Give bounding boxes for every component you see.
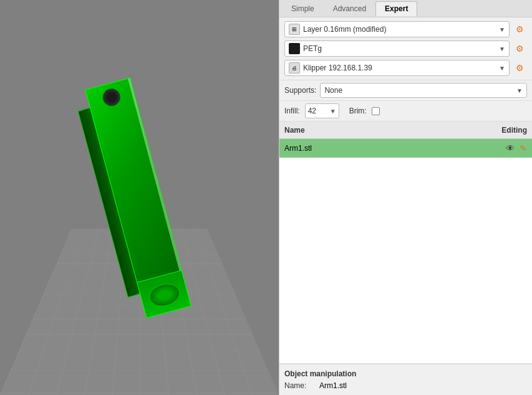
infill-dropdown[interactable]: 42 ▼: [305, 103, 339, 118]
material-dropdown[interactable]: PETg ▼: [284, 40, 510, 57]
table-body-empty: [279, 158, 532, 364]
material-setting-row: PETg ▼ ⚙: [284, 40, 527, 57]
table-row[interactable]: Arm1.stl 👁 ✎: [279, 139, 532, 158]
object-table: Name Editing Arm1.stl 👁 ✎: [279, 121, 532, 364]
layer-gear-button[interactable]: ⚙: [512, 22, 527, 37]
layer-arrow: ▼: [499, 26, 505, 33]
layer-dropdown[interactable]: ⊞ Layer 0.16mm (modified) ▼: [284, 21, 510, 37]
layer-icon-glyph: ⊞: [292, 26, 297, 32]
printer-arrow: ▼: [499, 65, 505, 72]
supports-row: Supports: None ▼: [279, 80, 532, 101]
edit-cursor-icon[interactable]: ✎: [520, 143, 527, 153]
row-name: Arm1.stl: [284, 144, 452, 153]
manip-name-label: Name:: [284, 381, 316, 390]
supports-value: None: [324, 86, 516, 95]
printer-dropdown[interactable]: 🖨 Klipper 192.168.1.39 ▼: [284, 60, 510, 76]
infill-value: 42: [308, 107, 329, 115]
material-text: PETg: [303, 44, 496, 53]
manip-name-value: Arm1.stl: [319, 381, 347, 390]
brim-checkbox[interactable]: [372, 107, 380, 115]
col-editing-header: Editing: [452, 126, 527, 135]
row-icons: 👁 ✎: [452, 143, 527, 153]
material-arrow: ▼: [499, 45, 505, 52]
supports-dropdown[interactable]: None ▼: [320, 83, 527, 98]
tab-advanced[interactable]: Advanced: [324, 1, 375, 16]
viewport-3d[interactable]: [0, 0, 279, 395]
col-name-header: Name: [284, 126, 452, 135]
supports-arrow: ▼: [516, 87, 523, 94]
printer-gear-button[interactable]: ⚙: [512, 60, 527, 75]
arm-bottom-circle: [146, 280, 181, 310]
material-gear-button[interactable]: ⚙: [512, 41, 527, 56]
material-icon: [289, 43, 300, 54]
infill-brim-row: Infill: 42 ▼ Brim:: [279, 101, 532, 121]
tabs-row: Simple Advanced Expert: [279, 0, 532, 17]
eye-icon[interactable]: 👁: [506, 143, 515, 153]
infill-label: Infill:: [284, 107, 300, 115]
layer-setting-row: ⊞ Layer 0.16mm (modified) ▼ ⚙: [284, 21, 527, 37]
manipulation-title: Object manipulation: [284, 369, 527, 378]
object-manipulation: Object manipulation Name: Arm1.stl: [279, 364, 532, 395]
layer-icon: ⊞: [289, 24, 300, 35]
manipulation-name-row: Name: Arm1.stl: [284, 381, 527, 390]
arm-hole-top: [100, 87, 122, 108]
settings-section: ⊞ Layer 0.16mm (modified) ▼ ⚙ PETg ▼ ⚙ 🖨: [279, 17, 532, 80]
right-panel: Simple Advanced Expert ⊞ Layer 0.16mm (m…: [279, 0, 532, 395]
table-header: Name Editing: [279, 121, 532, 139]
supports-label: Supports:: [284, 86, 316, 95]
arm-highlight: [128, 79, 184, 282]
printer-icon-glyph: 🖨: [292, 65, 297, 71]
printer-text: Klipper 192.168.1.39: [303, 64, 496, 72]
layer-text: Layer 0.16mm (modified): [303, 25, 496, 34]
tab-simple[interactable]: Simple: [282, 1, 324, 16]
printer-setting-row: 🖨 Klipper 192.168.1.39 ▼ ⚙: [284, 60, 527, 76]
infill-arrow: ▼: [330, 108, 336, 115]
brim-label: Brim:: [349, 107, 367, 115]
printer-icon: 🖨: [289, 62, 300, 74]
tab-expert[interactable]: Expert: [375, 1, 417, 16]
